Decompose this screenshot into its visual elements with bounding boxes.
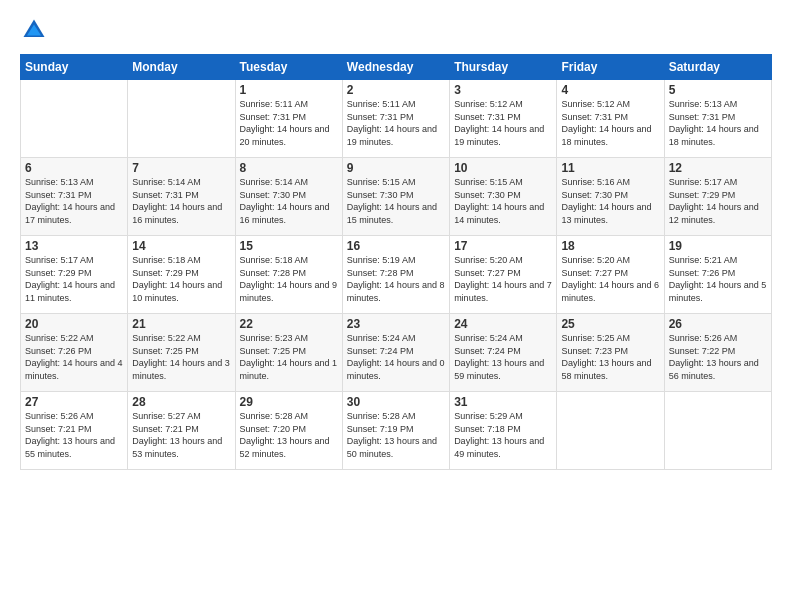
day-info: Sunrise: 5:25 AM Sunset: 7:23 PM Dayligh… bbox=[561, 332, 659, 382]
day-info: Sunrise: 5:24 AM Sunset: 7:24 PM Dayligh… bbox=[347, 332, 445, 382]
day-info: Sunrise: 5:22 AM Sunset: 7:26 PM Dayligh… bbox=[25, 332, 123, 382]
day-number: 18 bbox=[561, 239, 659, 253]
day-info: Sunrise: 5:15 AM Sunset: 7:30 PM Dayligh… bbox=[347, 176, 445, 226]
day-info: Sunrise: 5:26 AM Sunset: 7:21 PM Dayligh… bbox=[25, 410, 123, 460]
calendar-day-cell: 16Sunrise: 5:19 AM Sunset: 7:28 PM Dayli… bbox=[342, 236, 449, 314]
day-info: Sunrise: 5:17 AM Sunset: 7:29 PM Dayligh… bbox=[25, 254, 123, 304]
calendar-day-cell: 5Sunrise: 5:13 AM Sunset: 7:31 PM Daylig… bbox=[664, 80, 771, 158]
day-number: 25 bbox=[561, 317, 659, 331]
calendar-day-cell: 25Sunrise: 5:25 AM Sunset: 7:23 PM Dayli… bbox=[557, 314, 664, 392]
day-number: 2 bbox=[347, 83, 445, 97]
day-number: 27 bbox=[25, 395, 123, 409]
weekday-header: Sunday bbox=[21, 55, 128, 80]
logo-icon bbox=[20, 16, 48, 44]
calendar-page: SundayMondayTuesdayWednesdayThursdayFrid… bbox=[0, 0, 792, 612]
calendar-day-cell: 8Sunrise: 5:14 AM Sunset: 7:30 PM Daylig… bbox=[235, 158, 342, 236]
day-number: 3 bbox=[454, 83, 552, 97]
weekday-header: Friday bbox=[557, 55, 664, 80]
day-info: Sunrise: 5:20 AM Sunset: 7:27 PM Dayligh… bbox=[561, 254, 659, 304]
weekday-header: Saturday bbox=[664, 55, 771, 80]
calendar-day-cell: 19Sunrise: 5:21 AM Sunset: 7:26 PM Dayli… bbox=[664, 236, 771, 314]
day-number: 28 bbox=[132, 395, 230, 409]
day-number: 21 bbox=[132, 317, 230, 331]
day-info: Sunrise: 5:24 AM Sunset: 7:24 PM Dayligh… bbox=[454, 332, 552, 382]
day-number: 29 bbox=[240, 395, 338, 409]
day-info: Sunrise: 5:11 AM Sunset: 7:31 PM Dayligh… bbox=[347, 98, 445, 148]
calendar-day-cell: 26Sunrise: 5:26 AM Sunset: 7:22 PM Dayli… bbox=[664, 314, 771, 392]
day-info: Sunrise: 5:20 AM Sunset: 7:27 PM Dayligh… bbox=[454, 254, 552, 304]
calendar-day-cell: 3Sunrise: 5:12 AM Sunset: 7:31 PM Daylig… bbox=[450, 80, 557, 158]
day-number: 17 bbox=[454, 239, 552, 253]
day-info: Sunrise: 5:17 AM Sunset: 7:29 PM Dayligh… bbox=[669, 176, 767, 226]
day-number: 12 bbox=[669, 161, 767, 175]
day-info: Sunrise: 5:18 AM Sunset: 7:28 PM Dayligh… bbox=[240, 254, 338, 304]
day-number: 24 bbox=[454, 317, 552, 331]
calendar-week-row: 13Sunrise: 5:17 AM Sunset: 7:29 PM Dayli… bbox=[21, 236, 772, 314]
calendar-week-row: 1Sunrise: 5:11 AM Sunset: 7:31 PM Daylig… bbox=[21, 80, 772, 158]
day-number: 5 bbox=[669, 83, 767, 97]
calendar-week-row: 6Sunrise: 5:13 AM Sunset: 7:31 PM Daylig… bbox=[21, 158, 772, 236]
calendar-day-cell: 6Sunrise: 5:13 AM Sunset: 7:31 PM Daylig… bbox=[21, 158, 128, 236]
calendar-day-cell: 22Sunrise: 5:23 AM Sunset: 7:25 PM Dayli… bbox=[235, 314, 342, 392]
day-info: Sunrise: 5:12 AM Sunset: 7:31 PM Dayligh… bbox=[561, 98, 659, 148]
calendar-day-cell: 11Sunrise: 5:16 AM Sunset: 7:30 PM Dayli… bbox=[557, 158, 664, 236]
calendar-day-cell: 18Sunrise: 5:20 AM Sunset: 7:27 PM Dayli… bbox=[557, 236, 664, 314]
day-number: 6 bbox=[25, 161, 123, 175]
day-info: Sunrise: 5:21 AM Sunset: 7:26 PM Dayligh… bbox=[669, 254, 767, 304]
calendar-day-cell: 27Sunrise: 5:26 AM Sunset: 7:21 PM Dayli… bbox=[21, 392, 128, 470]
calendar-day-cell: 17Sunrise: 5:20 AM Sunset: 7:27 PM Dayli… bbox=[450, 236, 557, 314]
day-info: Sunrise: 5:13 AM Sunset: 7:31 PM Dayligh… bbox=[25, 176, 123, 226]
page-header bbox=[20, 16, 772, 44]
calendar-day-cell: 12Sunrise: 5:17 AM Sunset: 7:29 PM Dayli… bbox=[664, 158, 771, 236]
day-number: 9 bbox=[347, 161, 445, 175]
day-info: Sunrise: 5:11 AM Sunset: 7:31 PM Dayligh… bbox=[240, 98, 338, 148]
calendar-day-cell bbox=[557, 392, 664, 470]
calendar-day-cell bbox=[664, 392, 771, 470]
day-number: 19 bbox=[669, 239, 767, 253]
logo bbox=[20, 16, 52, 44]
weekday-header: Wednesday bbox=[342, 55, 449, 80]
calendar-day-cell: 24Sunrise: 5:24 AM Sunset: 7:24 PM Dayli… bbox=[450, 314, 557, 392]
day-number: 4 bbox=[561, 83, 659, 97]
day-info: Sunrise: 5:12 AM Sunset: 7:31 PM Dayligh… bbox=[454, 98, 552, 148]
calendar-day-cell: 4Sunrise: 5:12 AM Sunset: 7:31 PM Daylig… bbox=[557, 80, 664, 158]
day-number: 15 bbox=[240, 239, 338, 253]
calendar-day-cell: 2Sunrise: 5:11 AM Sunset: 7:31 PM Daylig… bbox=[342, 80, 449, 158]
calendar-table: SundayMondayTuesdayWednesdayThursdayFrid… bbox=[20, 54, 772, 470]
day-number: 8 bbox=[240, 161, 338, 175]
calendar-day-cell: 1Sunrise: 5:11 AM Sunset: 7:31 PM Daylig… bbox=[235, 80, 342, 158]
day-info: Sunrise: 5:27 AM Sunset: 7:21 PM Dayligh… bbox=[132, 410, 230, 460]
day-number: 23 bbox=[347, 317, 445, 331]
day-number: 31 bbox=[454, 395, 552, 409]
calendar-day-cell: 14Sunrise: 5:18 AM Sunset: 7:29 PM Dayli… bbox=[128, 236, 235, 314]
calendar-week-row: 27Sunrise: 5:26 AM Sunset: 7:21 PM Dayli… bbox=[21, 392, 772, 470]
day-number: 22 bbox=[240, 317, 338, 331]
day-info: Sunrise: 5:15 AM Sunset: 7:30 PM Dayligh… bbox=[454, 176, 552, 226]
calendar-day-cell: 7Sunrise: 5:14 AM Sunset: 7:31 PM Daylig… bbox=[128, 158, 235, 236]
day-number: 26 bbox=[669, 317, 767, 331]
day-info: Sunrise: 5:14 AM Sunset: 7:30 PM Dayligh… bbox=[240, 176, 338, 226]
calendar-week-row: 20Sunrise: 5:22 AM Sunset: 7:26 PM Dayli… bbox=[21, 314, 772, 392]
calendar-day-cell: 29Sunrise: 5:28 AM Sunset: 7:20 PM Dayli… bbox=[235, 392, 342, 470]
calendar-day-cell: 13Sunrise: 5:17 AM Sunset: 7:29 PM Dayli… bbox=[21, 236, 128, 314]
day-info: Sunrise: 5:14 AM Sunset: 7:31 PM Dayligh… bbox=[132, 176, 230, 226]
day-info: Sunrise: 5:18 AM Sunset: 7:29 PM Dayligh… bbox=[132, 254, 230, 304]
weekday-header: Tuesday bbox=[235, 55, 342, 80]
day-number: 7 bbox=[132, 161, 230, 175]
calendar-day-cell: 31Sunrise: 5:29 AM Sunset: 7:18 PM Dayli… bbox=[450, 392, 557, 470]
calendar-day-cell: 10Sunrise: 5:15 AM Sunset: 7:30 PM Dayli… bbox=[450, 158, 557, 236]
day-info: Sunrise: 5:28 AM Sunset: 7:20 PM Dayligh… bbox=[240, 410, 338, 460]
day-number: 14 bbox=[132, 239, 230, 253]
calendar-day-cell bbox=[128, 80, 235, 158]
weekday-header: Thursday bbox=[450, 55, 557, 80]
day-info: Sunrise: 5:28 AM Sunset: 7:19 PM Dayligh… bbox=[347, 410, 445, 460]
calendar-day-cell bbox=[21, 80, 128, 158]
day-number: 30 bbox=[347, 395, 445, 409]
day-number: 11 bbox=[561, 161, 659, 175]
calendar-day-cell: 9Sunrise: 5:15 AM Sunset: 7:30 PM Daylig… bbox=[342, 158, 449, 236]
day-info: Sunrise: 5:26 AM Sunset: 7:22 PM Dayligh… bbox=[669, 332, 767, 382]
day-info: Sunrise: 5:19 AM Sunset: 7:28 PM Dayligh… bbox=[347, 254, 445, 304]
day-info: Sunrise: 5:22 AM Sunset: 7:25 PM Dayligh… bbox=[132, 332, 230, 382]
calendar-day-cell: 21Sunrise: 5:22 AM Sunset: 7:25 PM Dayli… bbox=[128, 314, 235, 392]
calendar-day-cell: 30Sunrise: 5:28 AM Sunset: 7:19 PM Dayli… bbox=[342, 392, 449, 470]
